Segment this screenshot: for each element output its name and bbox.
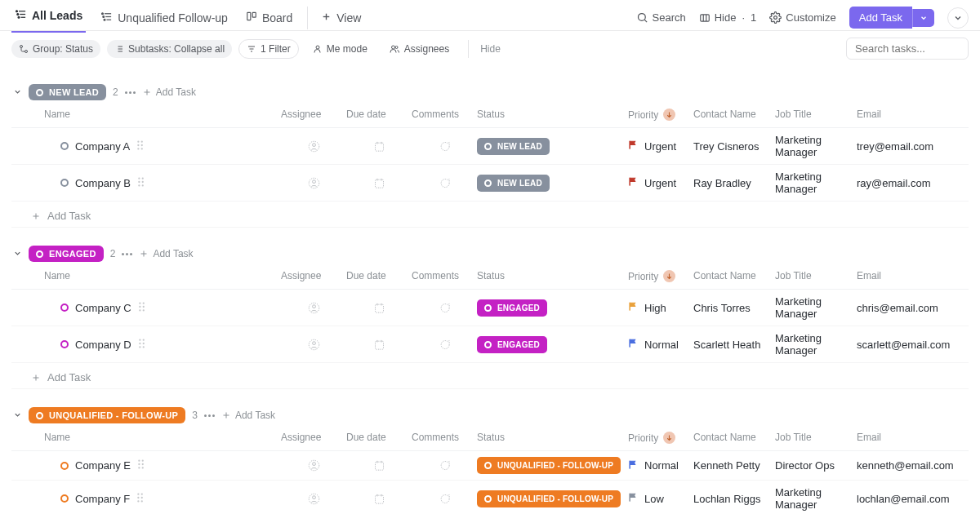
priority-cell[interactable]: Urgent — [628, 140, 693, 153]
add-task-button[interactable]: Add Task — [849, 7, 912, 29]
expand-menu[interactable] — [947, 7, 969, 29]
task-row[interactable]: Company B NEW LEAD Urgent Ray Bradley Ma… — [11, 165, 969, 202]
view-tab-board[interactable]: Board — [243, 6, 296, 29]
col-assignee[interactable]: Assignee — [281, 109, 346, 121]
status-label[interactable]: ENGAGED — [29, 246, 104, 262]
col-name[interactable]: Name — [44, 432, 281, 444]
col-priority[interactable]: Priority — [628, 270, 693, 282]
task-row[interactable]: Company C ENGAGED High Chris Torres Mark… — [11, 290, 969, 326]
assignee-cell[interactable] — [281, 177, 346, 189]
col-status[interactable]: Status — [477, 109, 628, 121]
sort-desc-icon[interactable] — [663, 109, 675, 121]
status-circle-icon[interactable] — [60, 340, 69, 348]
sort-desc-icon[interactable] — [663, 270, 675, 282]
col-contact-name[interactable]: Contact Name — [693, 270, 775, 282]
due-date-cell[interactable] — [346, 302, 412, 314]
status-circle-icon[interactable] — [60, 304, 69, 312]
add-task-row[interactable]: Add Task — [11, 202, 969, 228]
task-row[interactable]: Company D ENGAGED Normal Scarlett Heath … — [11, 326, 969, 363]
col-due-date[interactable]: Due date — [346, 109, 412, 121]
group-chip[interactable]: Group: Status — [11, 40, 100, 58]
priority-cell[interactable]: Low — [628, 492, 693, 505]
assignees-chip[interactable]: Assignees — [381, 40, 457, 58]
col-comments[interactable]: Comments — [412, 432, 477, 444]
col-comments[interactable]: Comments — [412, 109, 477, 121]
priority-cell[interactable]: Normal — [628, 459, 693, 472]
due-date-cell[interactable] — [346, 339, 412, 351]
group-more-menu[interactable] — [125, 91, 136, 94]
email-cell[interactable]: lochlan@email.com — [857, 493, 947, 505]
priority-cell[interactable]: Urgent — [628, 176, 693, 189]
comments-cell[interactable] — [412, 493, 477, 505]
search-tasks-input[interactable] — [846, 38, 969, 60]
collapse-toggle[interactable] — [13, 410, 22, 422]
add-task-dropdown[interactable] — [912, 9, 934, 27]
collapse-toggle[interactable] — [13, 86, 22, 99]
email-cell[interactable]: scarlett@email.com — [857, 339, 947, 351]
group-more-menu[interactable] — [204, 414, 215, 417]
status-circle-icon[interactable] — [60, 142, 69, 150]
contact-cell[interactable]: Chris Torres — [693, 302, 775, 314]
col-name[interactable]: Name — [44, 109, 281, 121]
col-due-date[interactable]: Due date — [346, 270, 412, 282]
contact-cell[interactable]: Scarlett Heath — [693, 339, 775, 351]
col-email[interactable]: Email — [857, 432, 947, 444]
task-row[interactable]: Company F UNQUALIFIED - FOLLOW-UP Low Lo… — [11, 481, 969, 514]
status-label[interactable]: NEW LEAD — [29, 84, 106, 100]
col-job-title[interactable]: Job Title — [775, 270, 857, 282]
email-cell[interactable]: ray@email.com — [857, 177, 947, 189]
status-circle-icon[interactable] — [60, 494, 69, 503]
assignee-cell[interactable] — [281, 459, 346, 472]
comments-cell[interactable] — [412, 459, 477, 472]
jobtitle-cell[interactable]: Director Ops — [775, 459, 857, 472]
col-status[interactable]: Status — [477, 432, 628, 444]
subtasks-chip[interactable]: Subtasks: Collapse all — [107, 40, 232, 58]
email-cell[interactable]: kenneth@email.com — [857, 459, 947, 472]
jobtitle-cell[interactable]: Marketing Manager — [775, 486, 857, 511]
search-button[interactable]: Search — [636, 11, 686, 24]
assignee-cell[interactable] — [281, 302, 346, 314]
view-tab-all-leads[interactable]: All Leads — [11, 3, 86, 33]
contact-cell[interactable]: Kenneth Petty — [693, 459, 775, 472]
col-comments[interactable]: Comments — [412, 270, 477, 282]
assignee-cell[interactable] — [281, 493, 346, 505]
priority-cell[interactable]: High — [628, 301, 693, 314]
jobtitle-cell[interactable]: Marketing Manager — [775, 332, 857, 357]
col-contact-name[interactable]: Contact Name — [693, 109, 775, 121]
status-pill[interactable]: NEW LEAD — [477, 175, 550, 192]
col-priority[interactable]: Priority — [628, 109, 693, 121]
comments-cell[interactable] — [412, 140, 477, 153]
contact-cell[interactable]: Lochlan Riggs — [693, 493, 775, 505]
col-due-date[interactable]: Due date — [346, 432, 412, 444]
jobtitle-cell[interactable]: Marketing Manager — [775, 295, 857, 320]
email-cell[interactable]: trey@email.com — [857, 140, 947, 153]
email-cell[interactable]: chris@email.com — [857, 302, 947, 314]
status-pill[interactable]: ENGAGED — [477, 336, 547, 353]
col-assignee[interactable]: Assignee — [281, 432, 346, 444]
col-job-title[interactable]: Job Title — [775, 432, 857, 444]
status-label[interactable]: UNQUALIFIED - FOLLOW-UP — [29, 407, 185, 423]
due-date-cell[interactable] — [346, 493, 412, 505]
group-add-task[interactable]: Add Task — [139, 248, 193, 259]
col-status[interactable]: Status — [477, 270, 628, 282]
col-email[interactable]: Email — [857, 270, 947, 282]
add-task-row[interactable]: Add Task — [11, 363, 969, 389]
col-priority[interactable]: Priority — [628, 432, 693, 444]
drag-handle-icon[interactable] — [136, 492, 145, 506]
status-pill[interactable]: UNQUALIFIED - FOLLOW-UP — [477, 457, 621, 474]
drag-handle-icon[interactable] — [138, 301, 146, 315]
view-tab-unqualified-follow-up[interactable]: Unqualified Follow-up — [97, 6, 231, 30]
comments-cell[interactable] — [412, 302, 477, 314]
task-name[interactable]: Company C — [75, 302, 131, 314]
task-row[interactable]: Company E UNQUALIFIED - FOLLOW-UP Normal… — [11, 451, 969, 481]
col-assignee[interactable]: Assignee — [281, 270, 346, 282]
comments-cell[interactable] — [412, 339, 477, 351]
priority-cell[interactable]: Normal — [628, 338, 693, 351]
assignee-cell[interactable] — [281, 140, 346, 153]
collapse-toggle[interactable] — [13, 248, 22, 260]
me-mode-chip[interactable]: Me mode — [305, 40, 375, 58]
contact-cell[interactable]: Trey Cisneros — [693, 140, 775, 153]
status-pill[interactable]: NEW LEAD — [477, 138, 550, 155]
task-name[interactable]: Company F — [75, 493, 130, 505]
task-name[interactable]: Company B — [75, 177, 131, 189]
